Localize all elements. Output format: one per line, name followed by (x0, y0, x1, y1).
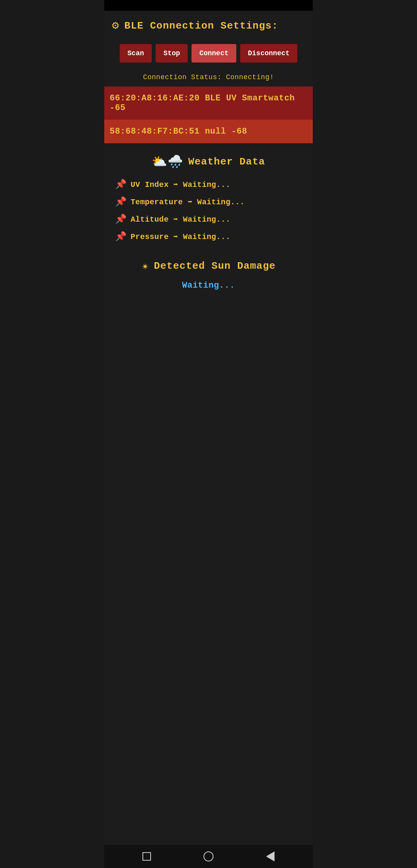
connection-status: Connection Status: Connecting! (104, 66, 313, 86)
square-icon (142, 852, 151, 861)
nav-home-button[interactable] (203, 851, 214, 862)
uv-index-label: UV Index ➡ Waiting... (131, 180, 230, 189)
device-secondary-text: 58:68:48:F7:BC:51 null -68 (110, 127, 247, 136)
header-title: BLE Connection Settings: (124, 20, 278, 32)
pin-icon-alt: 📌 (115, 214, 127, 225)
device-primary-text: 66:20:A8:16:AE:20 BLE UV Smartwatch -65 (110, 93, 295, 113)
pin-icon-temp: 📌 (115, 196, 127, 207)
pin-icon-pressure: 📌 (115, 231, 127, 242)
list-item: 📌 Pressure ➡ Waiting... (115, 231, 302, 242)
sun-damage-status: Waiting... (182, 281, 235, 290)
header-section: ⚙️ BLE Connection Settings: (104, 11, 313, 38)
pin-icon-uv: 📌 (115, 179, 127, 190)
status-bar (104, 0, 313, 11)
weather-data-list: 📌 UV Index ➡ Waiting... 📌 Temperature ➡ … (112, 179, 305, 242)
weather-section-title: ⛅🌧️ Weather Data (112, 154, 305, 170)
device-list: 66:20:A8:16:AE:20 BLE UV Smartwatch -65 … (104, 86, 313, 143)
list-item: 📌 Temperature ➡ Waiting... (115, 196, 302, 207)
list-item: 📌 Altitude ➡ Waiting... (115, 214, 302, 225)
device-item-secondary[interactable]: 58:68:48:F7:BC:51 null -68 (104, 120, 313, 143)
circle-icon (203, 851, 214, 861)
pressure-label: Pressure ➡ Waiting... (131, 232, 230, 241)
scan-button[interactable]: Scan (120, 44, 152, 63)
triangle-icon (266, 851, 275, 861)
sun-damage-title: ✴️ Detected Sun Damage (141, 258, 276, 274)
stop-button[interactable]: Stop (156, 44, 188, 63)
gear-icon: ⚙️ (112, 20, 119, 32)
list-item: 📌 UV Index ➡ Waiting... (115, 179, 302, 190)
weather-title-text: Weather Data (188, 156, 265, 168)
weather-section: ⛅🌧️ Weather Data 📌 UV Index ➡ Waiting...… (104, 143, 313, 246)
buttons-section: Scan Stop Connect Disconnect (104, 38, 313, 66)
device-item-primary[interactable]: 66:20:A8:16:AE:20 BLE UV Smartwatch -65 (104, 86, 313, 120)
sun-damage-section: ✴️ Detected Sun Damage Waiting... (104, 246, 313, 294)
altitude-label: Altitude ➡ Waiting... (131, 214, 230, 224)
bottom-nav (104, 845, 313, 868)
connect-button[interactable]: Connect (192, 44, 236, 63)
sun-icon: ✴️ (141, 258, 149, 274)
nav-recent-apps-button[interactable] (141, 851, 152, 862)
sun-damage-title-text: Detected Sun Damage (154, 260, 275, 272)
weather-icon: ⛅🌧️ (152, 154, 183, 170)
nav-back-button[interactable] (265, 851, 276, 862)
temperature-label: Temperature ➡ Waiting... (131, 197, 244, 207)
disconnect-button[interactable]: Disconnect (240, 44, 297, 63)
main-content: ⚙️ BLE Connection Settings: Scan Stop Co… (104, 11, 313, 845)
